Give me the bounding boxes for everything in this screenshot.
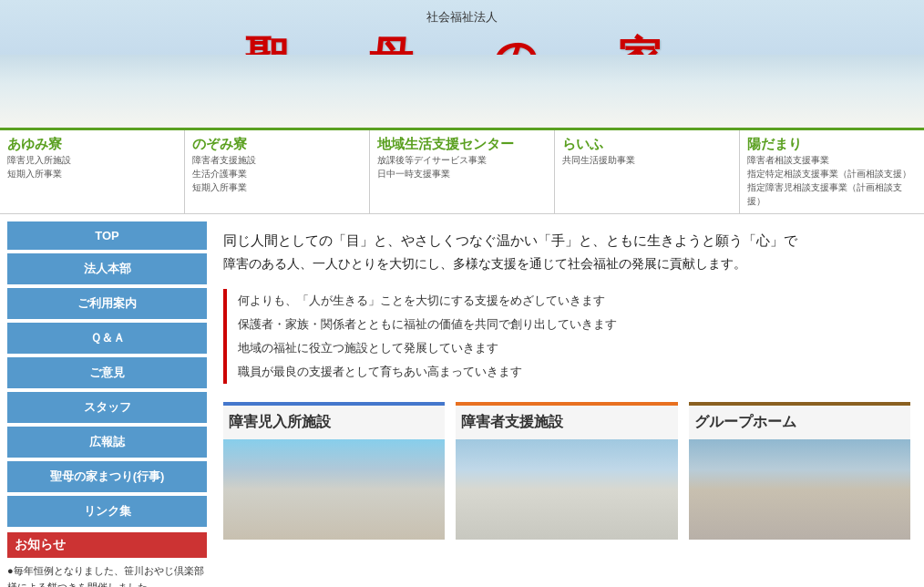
sidebar-btn-honbu[interactable]: 法人本部: [7, 253, 207, 284]
intro-line2: 障害のある人、一人ひとりを大切にし、多様な支援を通じて社会福祉の発展に貢献します…: [223, 252, 910, 275]
main-layout: TOP法人本部ご利用案内Ｑ＆Ａご意見スタッフ広報誌聖母の家まつり(行事)リンク集…: [0, 214, 924, 587]
sidebar-btn-matsuri[interactable]: 聖母の家まつり(行事): [7, 461, 207, 492]
header-building-image: [0, 55, 924, 128]
card-title-0: 障害児入所施設: [223, 406, 445, 439]
sidebar-notice: お知らせ●毎年恒例となりました、笹川おやじ倶楽部様による餅つきを開催しました。: [7, 532, 207, 587]
nav-item-2[interactable]: 地域生活支援センター放課後等デイサービス事業日中一時支援事業: [370, 130, 555, 213]
card-image-0: [223, 439, 445, 540]
card-img-placeholder-1: [456, 439, 677, 540]
header: 社会福祉法人 聖 母 の 家: [0, 0, 924, 128]
bullet-item-0: 何よりも、「人が生きる」ことを大切にする支援をめざしていきます: [238, 289, 910, 313]
nav-item-1[interactable]: のぞみ寮障害者支援施設生活介護事業短期入所事業: [185, 130, 370, 213]
card-image-1: [456, 439, 677, 540]
sidebar-btn-link[interactable]: リンク集: [7, 496, 207, 527]
card-title-1: 障害者支援施設: [456, 406, 677, 439]
nav-item-3[interactable]: らいふ共同生活援助事業: [555, 130, 740, 213]
bullet-item-1: 保護者・家族・関係者とともに福祉の価値を共同で創り出していきます: [238, 313, 910, 336]
card-title-2: グループホーム: [689, 406, 910, 439]
card-img-placeholder-2: [689, 439, 910, 540]
header-subtitle: 社会福祉法人: [0, 9, 924, 26]
sidebar-btn-riyou[interactable]: ご利用案内: [7, 288, 207, 319]
nav-item-0[interactable]: あゆみ寮障害児入所施設短期入所事業: [0, 130, 185, 213]
sidebar-btn-top[interactable]: TOP: [7, 221, 207, 250]
sidebar-notice-title: お知らせ: [7, 532, 207, 558]
intro-line1: 同じ人間としての「目」と、やさしくつなぐ温かい「手」と、ともに生きようと願う「心…: [223, 228, 910, 252]
blockquote-box: 何よりも、「人が生きる」ことを大切にする支援をめざしていきます保護者・家族・関係…: [223, 289, 910, 384]
card-img-placeholder-0: [223, 439, 445, 540]
sidebar-btn-koho[interactable]: 広報誌: [7, 427, 207, 458]
card-brown: グループホーム: [689, 402, 910, 540]
sidebar-btn-staff[interactable]: スタッフ: [7, 392, 207, 423]
sidebar-btn-qa[interactable]: Ｑ＆Ａ: [7, 323, 207, 354]
card-image-2: [689, 439, 910, 540]
sidebar-btn-iken[interactable]: ご意見: [7, 357, 207, 388]
nav-bar: あゆみ寮障害児入所施設短期入所事業のぞみ寮障害者支援施設生活介護事業短期入所事業…: [0, 128, 924, 214]
cards-section: 障害児入所施設 障害者支援施設 グループホーム: [223, 402, 910, 540]
bullet-item-2: 地域の福祉に役立つ施設として発展していきます: [238, 336, 910, 360]
bullet-item-3: 職員が最良の支援者として育ちあい高まっていきます: [238, 360, 910, 384]
intro-text: 同じ人間としての「目」と、やさしくつなぐ温かい「手」と、ともに生きようと願う「心…: [223, 228, 910, 275]
sidebar: TOP法人本部ご利用案内Ｑ＆Ａご意見スタッフ広報誌聖母の家まつり(行事)リンク集…: [0, 214, 214, 587]
nav-item-4[interactable]: 陽だまり障害者相談支援事業指定特定相談支援事業（計画相談支援）指定障害児相談支援…: [740, 130, 924, 213]
notice-item-0: ●毎年恒例となりました、笹川おやじ倶楽部様による餅つきを開催しました。: [7, 561, 207, 587]
card-orange: 障害者支援施設: [456, 402, 677, 540]
content-area: 同じ人間としての「目」と、やさしくつなぐ温かい「手」と、ともに生きようと願う「心…: [214, 214, 924, 587]
card-blue: 障害児入所施設: [223, 402, 445, 540]
